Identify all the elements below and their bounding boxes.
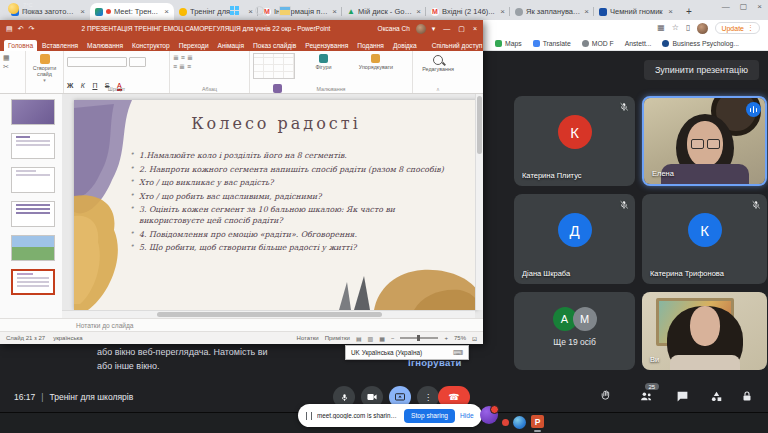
sorter-view-icon[interactable]: ▥ <box>368 335 374 342</box>
tab-meet[interactable]: Meet: Трен... × <box>90 3 174 20</box>
tab-draw[interactable]: Малювання <box>83 40 127 51</box>
font-name-box[interactable] <box>67 57 127 67</box>
new-tab-button[interactable]: + <box>682 4 696 18</box>
slide-thumbnail[interactable] <box>11 201 55 227</box>
participant-tile[interactable]: К Катерина Плитус <box>514 96 635 186</box>
minimize-icon[interactable]: — <box>722 2 730 11</box>
more-participants-tile[interactable]: A M Ще 19 осіб <box>514 292 635 370</box>
align-right-icon[interactable]: ≡ <box>187 63 191 70</box>
zoom-out-icon[interactable]: − <box>391 335 395 341</box>
participant-tile[interactable]: К Катерина Трифонова <box>642 194 767 284</box>
scrollbar-thumb[interactable] <box>477 96 482 154</box>
notes-toggle[interactable]: Нотатки <box>297 335 319 341</box>
tab-home[interactable]: Головна <box>4 40 37 51</box>
tab-close-icon[interactable]: × <box>332 8 337 16</box>
recording-app-icon[interactable] <box>502 419 509 426</box>
people-icon[interactable] <box>640 390 654 404</box>
normal-view-icon[interactable]: ▤ <box>356 335 362 342</box>
vertical-scrollbar[interactable] <box>475 94 483 310</box>
numbering-icon[interactable]: ≡ <box>181 54 185 61</box>
redo-icon[interactable]: ↷ <box>29 25 35 33</box>
minimize-icon[interactable]: — <box>443 25 450 32</box>
update-button[interactable]: Update ⋮ <box>715 22 760 34</box>
tab-close-icon[interactable]: × <box>584 8 589 16</box>
dropdown-icon[interactable]: ▾ <box>29 77 60 83</box>
slide-thumbnail[interactable] <box>11 99 55 125</box>
tab-close-icon[interactable]: × <box>668 8 673 16</box>
restore-icon[interactable]: ▢ <box>458 25 465 33</box>
card-icon[interactable]: ▦ <box>657 24 665 32</box>
tab-3[interactable]: Тренінг для шко... × <box>174 3 258 20</box>
bullets-icon[interactable]: ≣ <box>173 54 179 61</box>
save-icon[interactable]: ▤ <box>6 25 13 33</box>
share-button[interactable]: Спільний доступ <box>428 40 487 51</box>
tab-close-icon[interactable]: × <box>500 8 505 16</box>
notes-bar[interactable]: Нотатки до слайда <box>0 318 483 331</box>
zoom-level[interactable]: 75% <box>454 335 466 341</box>
fit-slide-icon[interactable]: ⊡ <box>472 335 477 342</box>
powerpoint-app-icon[interactable]: P <box>531 415 544 428</box>
tab-transitions[interactable]: Переходи <box>175 40 213 51</box>
tab-8[interactable]: Чемний гномик × <box>594 3 678 20</box>
star-icon[interactable]: ☆ <box>672 24 679 32</box>
powerpoint-title-bar[interactable]: ▤ ↶ ↷ 2 ПРЕЗЕНТАЦІЯ ТРЕНІНГ ЕМОЦ САМОРЕГ… <box>0 20 483 37</box>
tab-slideshow[interactable]: Показ слайдів <box>249 40 300 51</box>
horizontal-scrollbar[interactable] <box>62 310 475 318</box>
arrange-button[interactable]: Упорядкувати <box>352 54 400 70</box>
bookmark-psycholog[interactable]: Business Psycholog... <box>662 40 739 47</box>
tab-review[interactable]: Рецензування <box>301 40 352 51</box>
bookmark-translate[interactable]: Translate <box>533 40 571 47</box>
tab-5[interactable]: ▲ Мій диск - Goo... × <box>342 3 426 20</box>
slide[interactable]: Колесо радості 1.Намалюйте коло і розділ… <box>74 100 478 310</box>
slide-thumbnail-selected[interactable] <box>11 269 55 295</box>
slide-thumbnail[interactable] <box>11 235 55 261</box>
zoom-in-icon[interactable]: + <box>444 335 448 341</box>
weather-widget[interactable]: 7°C Sunny <box>8 2 38 15</box>
taskbar-search-icon[interactable] <box>255 6 264 15</box>
side-panel-icon[interactable]: ▯ <box>686 24 690 32</box>
tab-insert[interactable]: Вставлення <box>38 40 82 51</box>
profile-avatar[interactable] <box>697 23 708 34</box>
participant-tile[interactable]: Д Діана Шкраба <box>514 194 635 284</box>
slide-title[interactable]: Колесо радості <box>74 114 478 133</box>
hide-button[interactable]: Hide <box>460 412 476 419</box>
ribbon-options-icon[interactable]: ▾ <box>432 25 436 33</box>
undo-icon[interactable]: ↶ <box>18 25 24 33</box>
paste-icon[interactable]: ▦ <box>3 53 22 62</box>
tab-close-icon[interactable]: × <box>416 8 421 16</box>
align-left-icon[interactable]: ≡ <box>173 63 177 70</box>
tab-6[interactable]: M Вхідні (2 146)... × <box>426 3 510 20</box>
slide-thumbnail[interactable] <box>11 133 55 159</box>
indent-icon[interactable]: ≣ <box>187 54 193 61</box>
stop-presentation-button[interactable]: Зупинити презентацію <box>644 60 759 80</box>
editing-label[interactable]: Редагування <box>416 66 460 72</box>
tab-close-icon[interactable]: × <box>248 8 253 16</box>
tab-help[interactable]: Довідка <box>389 40 421 51</box>
maximize-icon[interactable]: ▢ <box>740 2 748 11</box>
host-controls-icon[interactable] <box>741 390 755 404</box>
cut-icon[interactable]: ✂ <box>3 62 22 71</box>
account-avatar[interactable] <box>416 24 426 34</box>
zoom-slider[interactable] <box>400 337 438 339</box>
tab-design[interactable]: Конструктор <box>128 40 174 51</box>
self-video-tile[interactable]: Ви <box>642 292 767 370</box>
collapse-ribbon-icon[interactable]: ∧ <box>413 86 463 92</box>
bookmark-modf[interactable]: MOD F <box>582 40 614 47</box>
close-icon[interactable]: × <box>473 25 477 32</box>
tab-close-icon[interactable]: × <box>80 8 85 16</box>
participant-tile-video[interactable]: Елена <box>642 96 767 186</box>
tab-4[interactable]: M Інформація по... × <box>258 3 342 20</box>
shapes-gallery[interactable] <box>253 53 295 79</box>
chat-icon[interactable] <box>676 390 690 404</box>
language-popup[interactable]: UK Українська (Україна) ⌨ <box>345 345 469 360</box>
scrollbar-thumb[interactable] <box>157 312 382 317</box>
raise-hand-icon[interactable] <box>600 390 614 404</box>
language-indicator[interactable]: українська <box>53 335 83 341</box>
extension-badge-icon[interactable] <box>480 406 498 424</box>
slide-thumbnail[interactable] <box>11 167 55 193</box>
start-button[interactable] <box>230 6 239 15</box>
tab-animations[interactable]: Анімація <box>214 40 249 51</box>
slide-bullet-list[interactable]: 1.Намалюйте коло і розділіть його на 8 с… <box>130 150 458 256</box>
font-size-box[interactable] <box>129 57 146 67</box>
account-name[interactable]: Оксана Ch <box>378 25 410 32</box>
